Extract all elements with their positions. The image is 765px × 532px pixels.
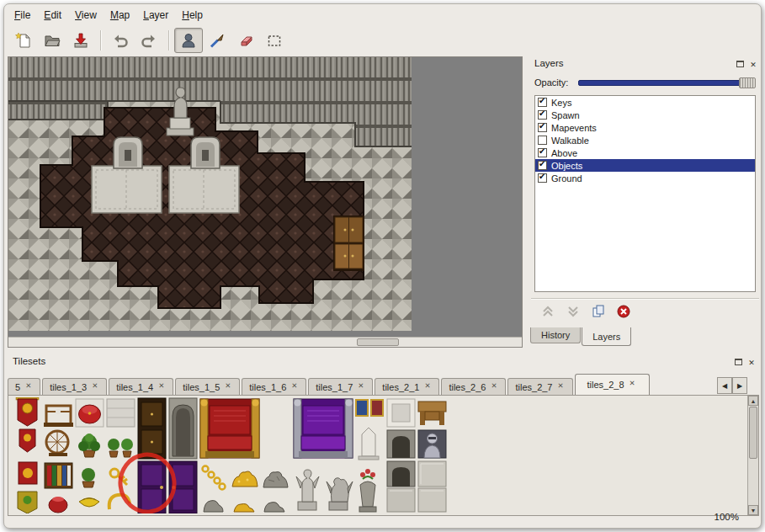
layer-row-spawn[interactable]: Spawn bbox=[535, 109, 755, 121]
tile-white-panel[interactable] bbox=[387, 399, 415, 427]
tile-pouf-red[interactable] bbox=[76, 399, 104, 427]
menu-map[interactable]: Map bbox=[104, 7, 136, 24]
scroll-up-button[interactable]: ▲ bbox=[748, 396, 758, 406]
tile-spinning-wheel[interactable] bbox=[46, 431, 68, 456]
tile-shelf-light[interactable] bbox=[107, 399, 135, 427]
new-file-button[interactable] bbox=[9, 28, 38, 53]
vscroll-thumb[interactable] bbox=[749, 407, 757, 459]
tile-desk[interactable] bbox=[418, 402, 446, 425]
tile-rock-pile[interactable] bbox=[263, 472, 288, 487]
layer-row-mapevents[interactable]: Mapevents bbox=[535, 121, 755, 134]
tile-banner-red-small[interactable] bbox=[19, 429, 35, 452]
tile-banner-red[interactable] bbox=[16, 397, 39, 426]
tab-scroll-left-button[interactable]: ◀ bbox=[717, 377, 732, 394]
layer-visibility-checkbox[interactable] bbox=[538, 98, 547, 107]
move-layer-down-button[interactable] bbox=[563, 303, 582, 320]
tab-close-icon[interactable] bbox=[25, 383, 33, 391]
tab-close-icon[interactable] bbox=[92, 383, 99, 391]
tile-gold-small[interactable] bbox=[234, 504, 254, 513]
tile-loom[interactable] bbox=[44, 406, 73, 427]
tile-crypt-large[interactable] bbox=[387, 461, 415, 487]
tile-picture-frames[interactable] bbox=[356, 400, 383, 416]
stamp-tool-button[interactable] bbox=[174, 28, 203, 53]
menu-help[interactable]: Help bbox=[175, 7, 210, 24]
map-horizontal-scrollbar[interactable] bbox=[8, 337, 522, 347]
tileset-tab-tiles-1-5[interactable]: tiles_1_5 bbox=[175, 378, 240, 395]
tab-close-icon[interactable] bbox=[424, 383, 432, 391]
tile-obelisk-white[interactable] bbox=[359, 428, 379, 460]
open-folder-button[interactable] bbox=[38, 28, 66, 53]
tile-statue-gargoyle[interactable] bbox=[327, 478, 353, 510]
tile-cabinet-dark[interactable] bbox=[138, 398, 166, 459]
tab-close-icon[interactable] bbox=[558, 383, 566, 391]
map-canvas[interactable] bbox=[8, 56, 523, 348]
layer-visibility-checkbox[interactable] bbox=[538, 136, 547, 145]
tile-pot-red[interactable] bbox=[49, 497, 67, 513]
tileset-tab-tiles-2-7[interactable]: tiles_2_7 bbox=[507, 378, 572, 395]
layer-row-objects[interactable]: Objects bbox=[535, 159, 755, 172]
tileset-image[interactable] bbox=[12, 397, 448, 513]
float-panel-button[interactable] bbox=[734, 57, 746, 69]
tileset-tab-tiles-1-4[interactable]: tiles_1_4 bbox=[109, 378, 173, 395]
tileset-tab-tiles-1-3[interactable]: tiles_1_3 bbox=[42, 378, 107, 395]
layer-visibility-checkbox[interactable] bbox=[538, 173, 547, 183]
tile-banner-yellow[interactable] bbox=[18, 492, 37, 513]
tileset-tab-tiles-2-6[interactable]: tiles_2_6 bbox=[441, 378, 506, 395]
tile-plant-small[interactable] bbox=[82, 468, 95, 487]
scroll-down-button[interactable]: ▼ bbox=[748, 505, 758, 515]
layer-row-walkable[interactable]: Walkable bbox=[535, 134, 755, 146]
layer-visibility-checkbox[interactable] bbox=[538, 110, 547, 120]
tab-scroll-right-button[interactable]: ▶ bbox=[732, 377, 747, 394]
tab-close-icon[interactable] bbox=[291, 383, 299, 391]
menu-edit[interactable]: Edit bbox=[37, 7, 68, 24]
layer-visibility-checkbox[interactable] bbox=[538, 148, 547, 157]
tile-throne-purple[interactable] bbox=[294, 399, 353, 458]
layer-row-ground[interactable]: Ground bbox=[535, 172, 755, 184]
tile-gold-pile[interactable] bbox=[232, 471, 258, 487]
tileset-tab-tiles-2-1[interactable]: tiles_2_1 bbox=[375, 378, 439, 395]
tile-bananas[interactable] bbox=[79, 498, 99, 508]
tile-throne-red[interactable] bbox=[200, 399, 259, 458]
tile-urn-flowers[interactable] bbox=[359, 469, 376, 512]
opacity-slider[interactable] bbox=[578, 77, 756, 88]
tab-close-icon[interactable] bbox=[158, 383, 166, 391]
tile-plant-pot[interactable] bbox=[78, 434, 100, 457]
close-panel-button[interactable] bbox=[747, 57, 759, 69]
opacity-slider-handle[interactable] bbox=[739, 77, 756, 88]
tile-crypt-small[interactable] bbox=[387, 430, 415, 458]
layer-row-above[interactable]: Above bbox=[535, 146, 755, 159]
tileset-tab-5[interactable]: 5 bbox=[8, 378, 40, 395]
rect-select-tool-button[interactable] bbox=[260, 28, 289, 53]
tileset-tab-tiles-2-8[interactable]: tiles_2_8 bbox=[575, 374, 650, 395]
tile-gold-chain[interactable] bbox=[203, 466, 226, 490]
tileset-tab-tiles-1-7[interactable]: tiles_1_7 bbox=[308, 378, 373, 395]
menu-layer[interactable]: Layer bbox=[136, 7, 175, 24]
tab-history[interactable]: History bbox=[530, 327, 581, 343]
tab-close-icon[interactable] bbox=[630, 380, 637, 389]
duplicate-layer-button[interactable] bbox=[588, 303, 608, 320]
redo-button[interactable] bbox=[135, 28, 163, 53]
layer-row-keys[interactable]: Keys bbox=[535, 96, 755, 109]
layer-visibility-checkbox[interactable] bbox=[538, 161, 547, 170]
tileset-vertical-scrollbar[interactable]: ▲ ▼ bbox=[747, 396, 758, 515]
menu-file[interactable]: File bbox=[8, 7, 37, 24]
tile-statue-angel[interactable] bbox=[296, 470, 319, 510]
map-hscroll-thumb[interactable] bbox=[357, 338, 399, 346]
undo-button[interactable] bbox=[106, 28, 135, 53]
tile-rock-2[interactable] bbox=[204, 501, 223, 512]
menu-view[interactable]: View bbox=[68, 7, 104, 24]
layer-visibility-checkbox[interactable] bbox=[538, 123, 547, 132]
delete-layer-button[interactable] bbox=[614, 303, 633, 320]
tile-plants-two[interactable] bbox=[108, 439, 133, 457]
float-panel-button[interactable] bbox=[732, 355, 744, 367]
tile-emblem-red[interactable] bbox=[19, 462, 37, 484]
tab-layers[interactable]: Layers bbox=[582, 327, 631, 346]
move-layer-up-button[interactable] bbox=[538, 303, 557, 320]
tile-rock-3[interactable] bbox=[264, 503, 284, 512]
eraser-tool-button[interactable] bbox=[231, 28, 260, 53]
tab-close-icon[interactable] bbox=[358, 383, 365, 391]
tab-close-icon[interactable] bbox=[225, 383, 232, 391]
tile-armor[interactable] bbox=[418, 430, 446, 458]
tile-stone-door[interactable] bbox=[169, 398, 197, 459]
close-panel-button[interactable] bbox=[746, 355, 757, 367]
